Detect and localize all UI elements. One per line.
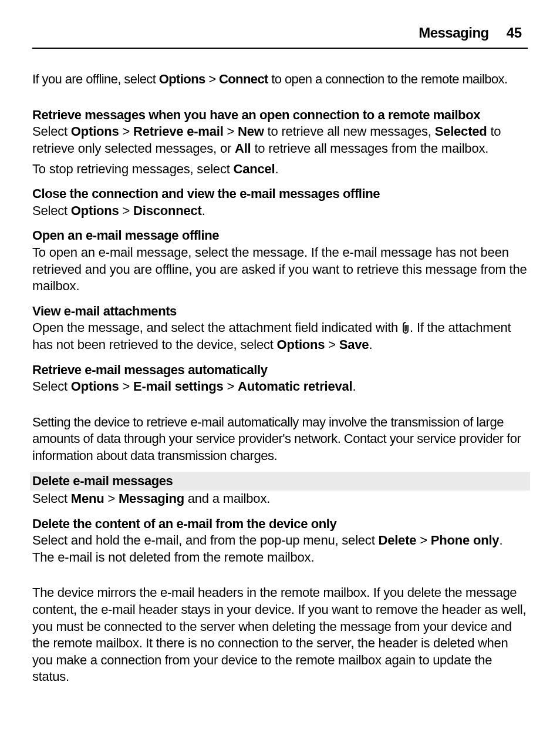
retrieve-line1: Select Options > Retrieve e-mail > New t…	[32, 123, 528, 157]
options-label: Options	[71, 203, 119, 218]
selected-label: Selected	[435, 124, 487, 139]
text: Select	[32, 379, 71, 394]
delete-heading: Delete e-mail messages	[30, 472, 530, 491]
deletedevice-line1: Select and hold the e-mail, and from the…	[32, 532, 528, 566]
text: >	[119, 124, 133, 139]
retrieve-line2: To stop retrieving messages, select Canc…	[32, 161, 528, 178]
retrieve-heading: Retrieve messages when you have an open …	[32, 107, 528, 124]
close-line1: Select Options > Disconnect.	[32, 203, 528, 220]
deletedevice-heading: Delete the content of an e-mail from the…	[32, 516, 528, 533]
text: to retrieve all new messages,	[264, 124, 435, 139]
text: >	[119, 379, 133, 394]
text: >	[119, 203, 133, 218]
text: >	[416, 533, 430, 547]
email-settings-label: E-mail settings	[133, 379, 223, 394]
new-label: New	[238, 124, 264, 139]
close-heading: Close the connection and view the e-mail…	[32, 186, 528, 203]
all-label: All	[235, 141, 251, 156]
auto-heading: Retrieve e-mail messages automatically	[32, 362, 528, 379]
text: Select	[32, 203, 71, 218]
cancel-label: Cancel	[234, 162, 275, 176]
header-title: Messaging	[419, 23, 489, 42]
openoffline-para: To open an e-mail message, select the me…	[32, 244, 528, 295]
text: .	[275, 162, 278, 176]
options-label: Options	[159, 72, 205, 86]
page-header: Messaging 45	[32, 23, 528, 49]
options-label: Options	[71, 379, 119, 394]
auto-para2: Setting the device to retrieve e-mail au…	[32, 414, 528, 465]
disconnect-label: Disconnect	[133, 203, 202, 218]
attachment-icon	[402, 322, 410, 334]
text: >	[224, 379, 238, 394]
delete-line1: Select Menu > Messaging and a mailbox.	[32, 491, 528, 508]
deletedevice-para2: The device mirrors the e-mail headers in…	[32, 585, 528, 686]
text: If you are offline, select	[32, 72, 159, 86]
page-number: 45	[507, 23, 522, 42]
text: to open a connection to the remote mailb…	[268, 72, 508, 86]
phone-only-label: Phone only	[431, 533, 500, 547]
openoffline-heading: Open an e-mail message offline	[32, 227, 528, 244]
retrieve-email-label: Retrieve e-mail	[133, 124, 224, 139]
text: >	[205, 72, 219, 86]
text: To stop retrieving messages, select	[32, 162, 234, 176]
document-page: Messaging 45 If you are offline, select …	[0, 0, 560, 739]
options-label: Options	[277, 337, 325, 352]
save-label: Save	[339, 337, 369, 352]
delete-label: Delete	[378, 533, 416, 547]
menu-label: Menu	[71, 491, 104, 506]
text: and a mailbox.	[184, 491, 270, 506]
attach-line1: Open the message, and select the attachm…	[32, 320, 528, 353]
text: Select	[32, 124, 71, 139]
intro-paragraph: If you are offline, select Options > Con…	[32, 71, 528, 88]
text: to retrieve all messages from the mailbo…	[251, 141, 488, 156]
connect-label: Connect	[219, 72, 268, 86]
text: >	[104, 491, 119, 506]
text: Select and hold the e-mail, and from the…	[32, 533, 378, 547]
messaging-label: Messaging	[119, 491, 184, 506]
text: .	[369, 337, 372, 352]
attach-heading: View e-mail attachments	[32, 303, 528, 320]
text: Open the message, and select the attachm…	[32, 320, 402, 335]
text: Select	[32, 491, 71, 506]
text: .	[353, 379, 356, 394]
text: >	[224, 124, 238, 139]
auto-line1: Select Options > E-mail settings > Autom…	[32, 378, 528, 395]
text: .	[202, 203, 205, 218]
options-label: Options	[71, 124, 119, 139]
automatic-retrieval-label: Automatic retrieval	[238, 379, 353, 394]
text: >	[325, 337, 339, 352]
